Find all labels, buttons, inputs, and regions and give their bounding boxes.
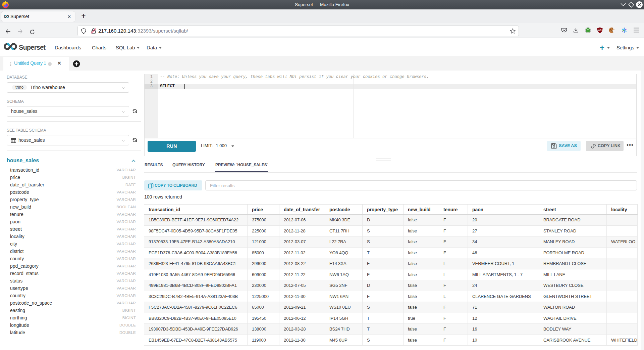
svg-text:uO: uO xyxy=(598,29,602,31)
